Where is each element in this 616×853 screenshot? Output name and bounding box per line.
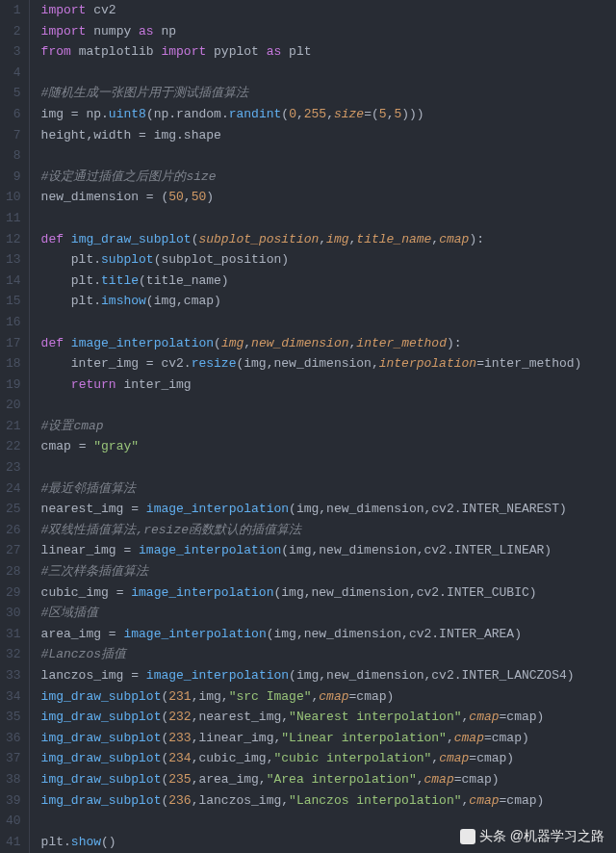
line-number: 20 bbox=[6, 395, 21, 416]
code-line[interactable]: cmap = "gray" bbox=[41, 436, 616, 457]
line-number: 22 bbox=[6, 436, 21, 457]
watermark: 头条 @机器学习之路 bbox=[460, 826, 604, 847]
line-number: 11 bbox=[6, 208, 21, 229]
line-number: 5 bbox=[6, 83, 21, 104]
code-line[interactable]: img_draw_subplot(232,nearest_img,"Neares… bbox=[41, 707, 616, 728]
code-line[interactable]: #区域插值 bbox=[41, 603, 616, 624]
line-number: 9 bbox=[6, 167, 21, 188]
line-number: 16 bbox=[6, 312, 21, 333]
code-line[interactable]: import cv2 bbox=[41, 0, 616, 21]
code-line[interactable]: #随机生成一张图片用于测试插值算法 bbox=[41, 83, 616, 104]
code-line[interactable]: cubic_img = image_interpolation(img,new_… bbox=[41, 582, 616, 604]
code-line[interactable] bbox=[41, 312, 616, 333]
line-number: 14 bbox=[6, 271, 21, 292]
line-number: 12 bbox=[6, 229, 21, 250]
line-number: 34 bbox=[6, 686, 21, 708]
line-number: 18 bbox=[6, 353, 21, 375]
code-line[interactable] bbox=[41, 208, 616, 229]
line-number: 10 bbox=[6, 187, 21, 208]
code-line[interactable]: lanczos_img = image_interpolation(img,ne… bbox=[41, 665, 616, 686]
line-number: 29 bbox=[6, 582, 21, 604]
code-line[interactable]: area_img = image_interpolation(img,new_d… bbox=[41, 624, 616, 645]
code-line[interactable]: #双线性插值算法,resize函数默认的插值算法 bbox=[41, 520, 616, 541]
code-line[interactable]: plt.imshow(img,cmap) bbox=[41, 291, 616, 312]
code-line[interactable] bbox=[41, 395, 616, 416]
code-line[interactable]: inter_img = cv2.resize(img,new_dimension… bbox=[41, 353, 616, 375]
code-line[interactable]: img = np.uint8(np.random.randint(0,255,s… bbox=[41, 104, 616, 125]
watermark-icon bbox=[460, 829, 475, 844]
line-number: 8 bbox=[6, 145, 21, 167]
code-line[interactable]: #Lanczos插值 bbox=[41, 644, 616, 665]
code-line[interactable]: #设定通过插值之后图片的size bbox=[41, 167, 616, 188]
line-number: 7 bbox=[6, 125, 21, 146]
code-line[interactable]: img_draw_subplot(233,linear_img,"Linear … bbox=[41, 728, 616, 749]
line-number: 27 bbox=[6, 540, 21, 561]
line-number: 24 bbox=[6, 478, 21, 500]
line-number: 19 bbox=[6, 375, 21, 396]
code-line[interactable]: def img_draw_subplot(subplot_position,im… bbox=[41, 229, 616, 250]
line-number: 41 bbox=[6, 832, 21, 853]
line-number: 30 bbox=[6, 603, 21, 624]
line-number: 4 bbox=[6, 63, 21, 84]
line-number: 25 bbox=[6, 499, 21, 520]
code-line[interactable]: linear_img = image_interpolation(img,new… bbox=[41, 540, 616, 561]
code-line[interactable] bbox=[41, 145, 616, 167]
code-line[interactable]: #设置cmap bbox=[41, 416, 616, 437]
code-line[interactable] bbox=[41, 63, 616, 84]
watermark-handle: @机器学习之路 bbox=[510, 826, 604, 847]
code-line[interactable]: new_dimension = (50,50) bbox=[41, 187, 616, 208]
code-line[interactable]: plt.title(title_name) bbox=[41, 271, 616, 292]
line-number: 39 bbox=[6, 790, 21, 812]
line-number: 1 bbox=[6, 0, 21, 21]
code-line[interactable]: height,width = img.shape bbox=[41, 125, 616, 146]
line-number: 6 bbox=[6, 104, 21, 125]
line-number: 36 bbox=[6, 728, 21, 749]
code-line[interactable]: img_draw_subplot(235,area_img,"Area inte… bbox=[41, 769, 616, 790]
code-line[interactable]: img_draw_subplot(236,lanczos_img,"Lanczo… bbox=[41, 790, 616, 812]
line-number: 35 bbox=[6, 707, 21, 728]
line-number: 37 bbox=[6, 748, 21, 769]
code-line[interactable]: plt.subplot(subplot_position) bbox=[41, 249, 616, 271]
line-number: 40 bbox=[6, 811, 21, 832]
line-number: 13 bbox=[6, 249, 21, 271]
code-line[interactable] bbox=[41, 457, 616, 478]
code-line[interactable]: return inter_img bbox=[41, 375, 616, 396]
line-number: 33 bbox=[6, 665, 21, 686]
line-number-gutter: 1234567891011121314151617181920212223242… bbox=[0, 0, 30, 853]
line-number: 32 bbox=[6, 644, 21, 665]
line-number: 15 bbox=[6, 291, 21, 312]
code-area[interactable]: import cv2import numpy as npfrom matplot… bbox=[30, 0, 616, 853]
code-editor: 1234567891011121314151617181920212223242… bbox=[0, 0, 616, 853]
line-number: 17 bbox=[6, 333, 21, 354]
line-number: 26 bbox=[6, 520, 21, 541]
code-line[interactable]: img_draw_subplot(231,img,"src Image",cma… bbox=[41, 686, 616, 708]
watermark-prefix: 头条 bbox=[479, 826, 506, 847]
code-line[interactable]: #三次样条插值算法 bbox=[41, 561, 616, 582]
line-number: 28 bbox=[6, 561, 21, 582]
code-line[interactable]: #最近邻插值算法 bbox=[41, 478, 616, 500]
code-line[interactable]: img_draw_subplot(234,cubic_img,"cubic in… bbox=[41, 748, 616, 769]
line-number: 21 bbox=[6, 416, 21, 437]
code-line[interactable]: nearest_img = image_interpolation(img,ne… bbox=[41, 499, 616, 520]
code-line[interactable]: def image_interpolation(img,new_dimensio… bbox=[41, 333, 616, 354]
code-line[interactable]: import numpy as np bbox=[41, 21, 616, 42]
line-number: 2 bbox=[6, 21, 21, 42]
line-number: 38 bbox=[6, 769, 21, 790]
code-line[interactable]: from matplotlib import pyplot as plt bbox=[41, 41, 616, 63]
line-number: 3 bbox=[6, 41, 21, 63]
line-number: 31 bbox=[6, 624, 21, 645]
line-number: 23 bbox=[6, 457, 21, 478]
